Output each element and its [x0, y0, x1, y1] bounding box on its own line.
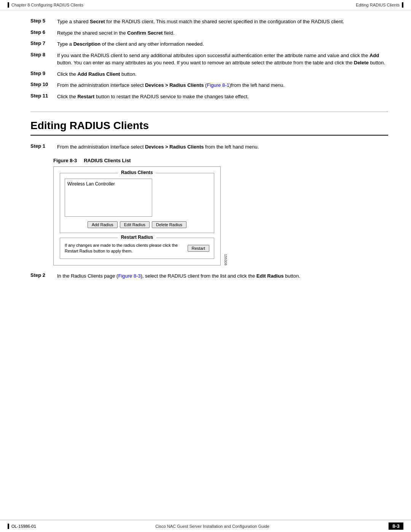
footer-left: OL-15986-01	[8, 524, 36, 529]
step-label-5: Step 5	[30, 18, 57, 24]
header-left: Chapter 8 Configuring RADIUS Clients	[8, 2, 83, 8]
footer-title: Cisco NAC Guest Server Installation and …	[155, 524, 269, 529]
steps-section: Step 5 Type a shared Secret for the RADI…	[30, 18, 388, 100]
step-text-11: Click the Restart button to restart the …	[57, 93, 388, 101]
step-text-8: If you want the RADIUS client to send an…	[57, 52, 388, 67]
figure-container: Figure 8-3 RADIUS Clients List Radius Cl…	[53, 158, 388, 266]
main-content: Step 5 Type a shared Secret for the RADI…	[0, 10, 411, 307]
section-divider	[30, 112, 388, 112]
editing-step-row-2: Step 2 In the Radius Clients page (Figur…	[30, 272, 388, 280]
editing-step-text-2: In the Radius Clients page (Figure 8-3),…	[57, 272, 388, 280]
radius-clients-box: Radius Clients Wireless Lan Controller A…	[60, 173, 214, 233]
footer-doc-id: OL-15986-01	[11, 524, 36, 529]
figure-caption: Figure 8-3 RADIUS Clients List	[53, 158, 388, 163]
footer-left-accent	[8, 524, 9, 529]
figure-id: 155308	[224, 254, 228, 265]
footer-bar: OL-15986-01 Cisco NAC Guest Server Insta…	[0, 520, 411, 532]
restart-radius-box: Restart Radius If any changes are made t…	[60, 238, 214, 259]
step-label-7: Step 7	[30, 40, 57, 46]
section-label: Editing RADIUS Clients	[356, 3, 400, 7]
restart-title: Restart Radius	[118, 235, 156, 240]
step-row-6: Step 6 Retype the shared secret in the C…	[30, 29, 388, 37]
diagram-wrapper: Radius Clients Wireless Lan Controller A…	[53, 166, 221, 266]
radius-list-item: Wireless Lan Controller	[67, 181, 115, 187]
figure-title: RADIUS Clients List	[84, 158, 131, 163]
step-row-7: Step 7 Type a Description of the client …	[30, 40, 388, 48]
delete-radius-button[interactable]: Delete Radius	[152, 221, 186, 228]
add-radius-button[interactable]: Add Radius	[88, 221, 118, 228]
editing-step-label-2: Step 2	[30, 272, 57, 278]
radius-clients-title: Radius Clients	[118, 170, 156, 175]
header-bar: Chapter 8 Configuring RADIUS Clients Edi…	[0, 0, 411, 10]
step-row-8: Step 8 If you want the RADIUS client to …	[30, 52, 388, 67]
footer-page: 8-3	[389, 522, 403, 530]
figure-number: Figure 8-3	[53, 158, 77, 163]
edit-radius-button[interactable]: Edit Radius	[120, 221, 150, 228]
step-label-9: Step 9	[30, 70, 57, 76]
editing-step-row-1: Step 1 From the administration interface…	[30, 143, 388, 151]
figure-8-1-link[interactable]: Figure 8-1	[207, 82, 229, 88]
header-right: Editing RADIUS Clients	[356, 2, 403, 8]
figure-8-3-link[interactable]: Figure 8-3	[118, 273, 140, 279]
step-text-5: Type a shared Secret for the RADIUS clie…	[57, 18, 388, 26]
radius-list-area[interactable]: Wireless Lan Controller	[65, 179, 152, 217]
restart-text: If any changes are made to the radius cl…	[65, 243, 184, 254]
section-heading: Editing RADIUS Clients	[30, 120, 388, 136]
step-row-9: Step 9 Click the Add Radius Client butto…	[30, 70, 388, 78]
step-label-10: Step 10	[30, 81, 57, 87]
step-text-9: Click the Add Radius Client button.	[57, 70, 388, 78]
restart-button[interactable]: Restart	[188, 245, 209, 252]
step-text-10: From the administration interface select…	[57, 81, 388, 89]
editing-step-text-1: From the administration interface select…	[57, 143, 388, 151]
restart-inner: If any changes are made to the radius cl…	[65, 243, 209, 254]
step-row-11: Step 11 Click the Restart button to rest…	[30, 93, 388, 101]
step-row-5: Step 5 Type a shared Secret for the RADI…	[30, 18, 388, 26]
radius-buttons: Add Radius Edit Radius Delete Radius	[65, 221, 209, 228]
step-label-11: Step 11	[30, 93, 57, 99]
step-text-6: Retype the shared secret in the Confirm …	[57, 29, 388, 37]
step-label-8: Step 8	[30, 52, 57, 58]
header-left-accent	[8, 2, 9, 8]
chapter-label: Chapter 8 Configuring RADIUS Clients	[11, 3, 83, 7]
header-right-accent	[402, 2, 403, 8]
diagram-inner: Radius Clients Wireless Lan Controller A…	[53, 166, 221, 266]
step-label-6: Step 6	[30, 29, 57, 35]
step-row-10: Step 10 From the administration interfac…	[30, 81, 388, 89]
footer-center: Cisco NAC Guest Server Installation and …	[155, 524, 269, 529]
step-text-7: Type a Description of the client and any…	[57, 40, 388, 48]
editing-step-label-1: Step 1	[30, 143, 57, 149]
